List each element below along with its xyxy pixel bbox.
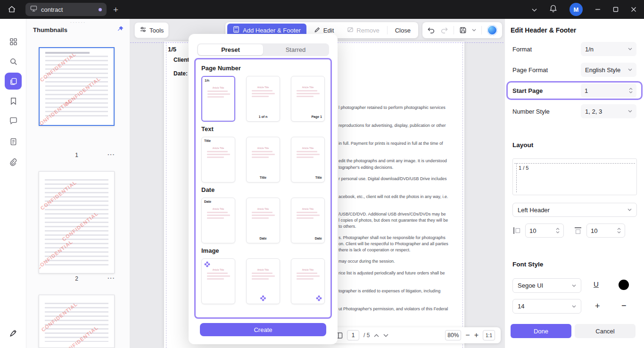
- ai-assistant-icon[interactable]: [487, 25, 497, 35]
- preset-date-bottom-right[interactable]: Article Title Date: [291, 198, 325, 243]
- zoom-out-button[interactable]: −: [465, 331, 470, 340]
- comment-icon[interactable]: [5, 112, 22, 129]
- preset-text-top-left[interactable]: Title Article Title: [201, 137, 235, 182]
- horizontal-margin-value: 10: [529, 227, 536, 234]
- preset-page-number-bottom-center[interactable]: Article Title 1 of n: [246, 76, 280, 122]
- attachment-icon[interactable]: [5, 154, 22, 171]
- number-style-dropdown[interactable]: 1, 2, 3: [581, 104, 636, 118]
- cancel-button[interactable]: Cancel: [575, 324, 636, 338]
- mini-article-title: Article Title: [251, 268, 275, 271]
- vertical-margin-icon: [574, 226, 582, 235]
- mini-article-title: Article Title: [251, 207, 275, 210]
- user-avatar[interactable]: M: [570, 3, 583, 16]
- decrease-size-button[interactable]: −: [621, 301, 627, 310]
- preset-date-bottom-center[interactable]: Article Title Date: [246, 198, 280, 243]
- page-thumbnail-2[interactable]: CONFIDENTIAL CONFIDENTIAL CONFIDENTIAL: [39, 171, 115, 273]
- font-size-dropdown[interactable]: 14: [512, 299, 581, 314]
- create-button[interactable]: Create: [200, 323, 326, 336]
- close-window-button[interactable]: [631, 7, 636, 12]
- layout-section-label: Layout: [512, 141, 533, 149]
- chevron-down-icon[interactable]: [532, 5, 537, 14]
- preset-text-bottom-right[interactable]: Article Title Title: [291, 137, 325, 182]
- font-color-swatch[interactable]: [619, 280, 629, 290]
- mini-article-title: Article Title: [251, 86, 275, 89]
- edit-header-footer-panel: Edit Header & Footer Format 1/n Page For…: [504, 19, 644, 348]
- preset-image-top-left[interactable]: Article Title: [201, 258, 235, 304]
- preset-label: Date: [204, 200, 211, 203]
- zoom-in-button[interactable]: +: [474, 331, 479, 340]
- search-icon[interactable]: [5, 53, 22, 70]
- document-pages-icon[interactable]: [5, 133, 22, 150]
- tab-starred[interactable]: Starred: [263, 44, 328, 55]
- grid-view-icon[interactable]: [5, 33, 22, 50]
- mini-article-title: Article Title: [206, 86, 230, 89]
- tab-preset[interactable]: Preset: [198, 44, 263, 55]
- bookmark-icon[interactable]: [5, 92, 22, 109]
- increase-size-button[interactable]: +: [595, 302, 600, 310]
- app-window: contract + M: [0, 0, 644, 348]
- new-tab-button[interactable]: +: [113, 5, 118, 14]
- doc-client-label: Client: [173, 57, 189, 63]
- notification-bell-icon[interactable]: [549, 4, 557, 15]
- undo-icon[interactable]: [427, 27, 435, 34]
- remove-button[interactable]: Remove: [341, 24, 385, 37]
- section-title-image: Image: [201, 247, 325, 254]
- maximize-button[interactable]: [613, 7, 619, 12]
- page-more-button[interactable]: ···: [107, 274, 115, 282]
- quick-actions-toolbar: [422, 22, 502, 38]
- sign-pen-icon[interactable]: [5, 324, 22, 341]
- preset-label: 1/n: [205, 79, 209, 82]
- page-thumbnails-icon[interactable]: [5, 73, 22, 90]
- preset-image-bottom-right[interactable]: Article Title: [291, 258, 325, 304]
- header-page-number[interactable]: 1/5: [168, 46, 176, 53]
- page-thumbnail-3[interactable]: CONFIDENTIAL CONFIDENTIAL: [39, 295, 115, 348]
- pin-panel-icon[interactable]: [117, 25, 124, 34]
- preset-date-top-left[interactable]: Date Article Title: [201, 198, 235, 243]
- tools-button[interactable]: Tools: [134, 22, 169, 38]
- save-icon[interactable]: [459, 26, 467, 34]
- section-title-date: Date: [201, 186, 325, 193]
- chevron-down-icon: [628, 68, 632, 71]
- add-header-footer-icon: [233, 26, 239, 34]
- doc-body-line: acebook, etc., client will not edit the …: [339, 194, 448, 199]
- previous-page-chevron-icon[interactable]: [374, 334, 379, 337]
- page-number-input[interactable]: 1: [347, 330, 359, 340]
- chevron-down-icon: [627, 208, 632, 211]
- save-options-chevron-icon[interactable]: [472, 29, 476, 32]
- zoom-level-value[interactable]: 80%: [445, 330, 461, 340]
- minimize-button[interactable]: [595, 7, 601, 12]
- stepper-icon[interactable]: [617, 228, 621, 233]
- format-dropdown[interactable]: 1/n: [581, 42, 636, 56]
- doc-body-line: s. Photographer shall not be responsible…: [339, 235, 446, 240]
- format-value: 1/n: [585, 46, 594, 53]
- stepper-icon[interactable]: [629, 88, 633, 93]
- redo-icon[interactable]: [440, 27, 448, 34]
- status-bar: 1 / 5 80% − + 1:1: [330, 327, 501, 343]
- start-page-input[interactable]: 1: [581, 83, 636, 98]
- position-dropdown[interactable]: Left Header: [512, 203, 637, 217]
- page-format-dropdown[interactable]: English Style: [581, 63, 636, 77]
- close-button[interactable]: Close: [389, 24, 416, 37]
- stepper-icon[interactable]: [556, 228, 560, 233]
- preset-page-number-bottom-right[interactable]: Article Title Page 1: [291, 76, 325, 122]
- home-icon[interactable]: [8, 5, 16, 14]
- document-tab[interactable]: contract: [25, 3, 107, 16]
- preset-page-number-top-left[interactable]: 1/n Article Title: [201, 76, 235, 122]
- number-style-value: 1, 2, 3: [585, 108, 602, 115]
- done-button[interactable]: Done: [511, 324, 571, 338]
- page-more-button[interactable]: ···: [107, 151, 115, 158]
- page-thumbnail-1[interactable]: CONFIDENTIAL CONFIDENTIAL CONFIDENTIAL: [39, 47, 115, 126]
- preset-text-bottom-center[interactable]: Article Title Title: [246, 137, 280, 182]
- chevron-down-icon: [628, 48, 632, 50]
- font-family-dropdown[interactable]: Segoe UI: [512, 278, 581, 293]
- underline-button[interactable]: U: [594, 280, 599, 288]
- horizontal-margin-input[interactable]: 10: [525, 224, 564, 238]
- chevron-down-icon: [628, 110, 632, 113]
- preset-image-bottom-center[interactable]: Article Title: [246, 258, 280, 304]
- actual-size-button[interactable]: 1:1: [483, 330, 495, 340]
- next-page-chevron-icon[interactable]: [383, 334, 388, 337]
- vertical-margin-input[interactable]: 10: [586, 224, 625, 238]
- panel-drag-handle[interactable]: ······: [26, 19, 130, 25]
- doc-body-line: in full. Payment for prints is required …: [339, 141, 443, 146]
- margin-guide-left: [166, 42, 166, 348]
